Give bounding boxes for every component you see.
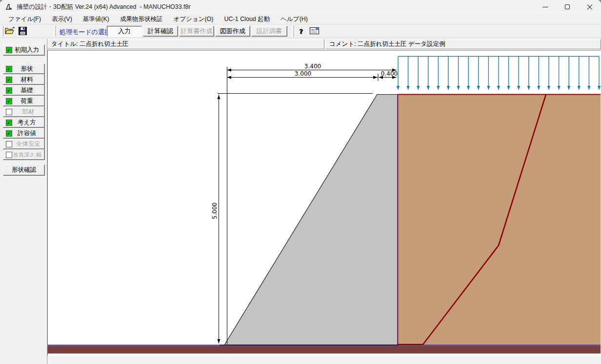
menu-options[interactable]: オプション(O) [168, 14, 219, 24]
retaining-wall [224, 95, 398, 345]
toolbar-grip[interactable] [54, 26, 56, 37]
sidebar-item-material[interactable]: ✓ 材料 [3, 74, 45, 85]
toolbar-grip[interactable] [1, 26, 3, 37]
base-soil-band [48, 346, 601, 354]
help-button[interactable]: ? [296, 25, 307, 36]
menu-deliverable-shape-verify[interactable]: 成果物形状検証 [115, 14, 168, 24]
sidebar-item-initial-input[interactable]: ✓ 初期入力 [3, 44, 45, 56]
title-field: タイトル: 二点折れ切土土圧 [47, 39, 324, 49]
toolbar: 処理モードの選択 入力 計算確認 計算書作成 図面作成 設計調書 ? [0, 24, 601, 38]
minimize-icon [542, 7, 548, 7]
surcharge-load [398, 57, 599, 90]
sidebar-item-improvement-depth-width[interactable]: 改良深さ,幅 [3, 149, 45, 160]
mode-button-design-doc[interactable]: 設計調書 [251, 26, 287, 37]
wall-cross-section-diagram: 3.400 3.000 0.400 5.000 [48, 51, 601, 355]
menu-criteria[interactable]: 基準値(K) [78, 14, 115, 24]
sidebar-item-member[interactable]: 部材 [3, 106, 45, 117]
checkbox-unchecked-icon [6, 109, 12, 115]
mode-button-drawing[interactable]: 図面作成 [215, 26, 250, 37]
save-file-button[interactable] [17, 25, 28, 36]
menu-uc1-cloud[interactable]: UC-1 Cloud 起動 [219, 14, 276, 24]
sidebar: ✓ 初期入力 ✓ 形状 ✓ 材料 ✓ 基礎 ✓ 荷重 部材 ✓ 考え方 ✓ 許 [0, 39, 47, 364]
svg-text:?: ? [300, 28, 303, 35]
mode-button-calc-check[interactable]: 計算確認 [143, 26, 178, 37]
help-icon: ? [298, 26, 305, 35]
dim-top-width: 0.400 [381, 70, 398, 77]
load-arrows-group [398, 57, 599, 90]
titlebar[interactable]: 擁壁の設計・3D配筋 Ver.24 (x64) Advanced - MANUC… [0, 0, 601, 14]
minimize-button[interactable] [534, 0, 556, 14]
shape-confirm-button[interactable]: 形状確認 [3, 164, 45, 176]
soil-region [398, 94, 601, 345]
menu-help[interactable]: ヘルプ(H) [275, 14, 313, 24]
menu-file[interactable]: ファイル(F) [3, 14, 46, 24]
maximize-icon [565, 4, 570, 9]
dim-wall-height: 5.000 [211, 202, 218, 219]
app-icon [5, 3, 13, 11]
checkbox-checked-icon: ✓ [6, 77, 12, 83]
checkbox-unchecked-icon [6, 141, 12, 147]
app-window: 擁壁の設計・3D配筋 Ver.24 (x64) Advanced - MANUC… [0, 0, 601, 364]
comment-field: コメント: 二点折れ切土土圧 データ設定例 [325, 39, 601, 49]
mode-button-input[interactable]: 入力 [107, 26, 142, 37]
checkbox-checked-icon: ✓ [6, 130, 12, 137]
sidebar-item-shape[interactable]: ✓ 形状 [3, 63, 45, 74]
save-floppy-icon [19, 27, 27, 35]
drawing-canvas: 3.400 3.000 0.400 5.000 [47, 50, 601, 356]
checkbox-checked-icon: ✓ [6, 98, 12, 104]
close-button[interactable] [579, 0, 601, 14]
checkbox-checked-icon: ✓ [6, 120, 12, 126]
dim-total-width: 3.400 [304, 63, 321, 70]
mode-button-calc-report[interactable]: 計算書作成 [179, 26, 214, 37]
dim-slope-width: 3.000 [295, 70, 311, 77]
sidebar-item-foundation[interactable]: ✓ 基礎 [3, 85, 45, 96]
window-title: 擁壁の設計・3D配筋 Ver.24 (x64) Advanced - MANUC… [17, 3, 191, 11]
checkbox-checked-icon: ✓ [6, 66, 12, 72]
menubar: ファイル(F) 表示(V) 基準値(K) 成果物形状検証 オプション(O) UC… [0, 14, 601, 24]
checkbox-unchecked-icon [6, 152, 12, 158]
toolbar-grip[interactable] [292, 26, 294, 37]
support-button[interactable] [308, 25, 320, 36]
open-folder-icon [5, 27, 15, 35]
sidebar-item-approach[interactable]: ✓ 考え方 [3, 117, 45, 128]
checkbox-checked-icon: ✓ [6, 87, 12, 94]
menu-view[interactable]: 表示(V) [46, 14, 78, 24]
maximize-button[interactable] [556, 0, 579, 14]
checkbox-checked-icon: ✓ [6, 47, 12, 53]
support-form-icon [310, 27, 319, 34]
close-icon [587, 4, 593, 10]
sidebar-item-allowable-values[interactable]: ✓ 許容値 [3, 128, 45, 139]
sidebar-item-load[interactable]: ✓ 荷重 [3, 96, 45, 106]
sidebar-item-overall-stability[interactable]: 全体安定 [3, 139, 45, 149]
open-file-button[interactable] [4, 25, 16, 36]
mode-select-label: 処理モードの選択 [60, 28, 111, 37]
